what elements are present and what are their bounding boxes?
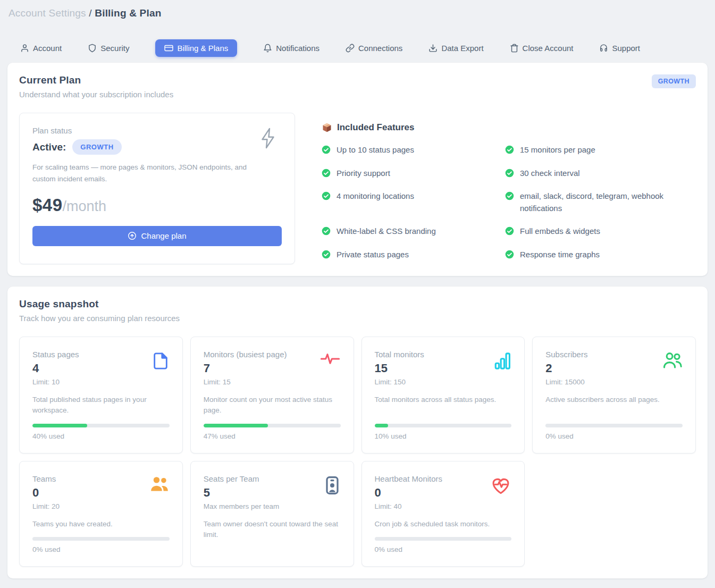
progress-track [32,424,170,427]
feature-item: Full embeds & widgets [505,225,696,238]
usage-card-description: Team owner doesn't count toward the seat… [204,519,341,553]
plan-status-value: Active: [32,141,66,153]
usage-card-title: Total monitors [375,350,512,359]
feature-label: 30 check interval [520,167,580,180]
usage-grid-row1: Status pages 4 Limit: 10 Total published… [19,337,696,453]
tab-security[interactable]: Security [88,44,129,53]
id-badge-icon [324,475,341,498]
trash-icon [510,44,519,53]
progress-track [545,424,683,427]
check-circle-icon [505,191,514,200]
feature-label: email, slack, discord, telegram, webhook… [520,190,680,214]
person-icon [20,44,29,53]
bar-chart-icon [493,351,511,373]
usage-card-percent: 0% used [32,545,170,553]
usage-card-seats-per-team: Seats per Team 5 Max members per team Te… [190,461,354,567]
tab-notifications[interactable]: Notifications [263,44,319,53]
usage-card-value: 5 [204,486,341,500]
tab-close-account[interactable]: Close Account [510,44,574,53]
current-plan-title: Current Plan [19,74,173,86]
current-plan-subtitle: Understand what your subscription includ… [19,90,173,99]
feature-item: White-label & CSS branding [322,225,505,238]
check-circle-icon [322,226,331,236]
tab-label: Notifications [276,44,319,53]
progress-track [375,424,512,427]
feature-item: 4 monitoring locations [322,190,505,214]
feature-label: Private status pages [337,249,409,261]
tab-support[interactable]: Support [599,44,640,53]
link-icon [346,44,355,53]
usage-card-percent: 47% used [204,432,341,440]
heartbeat-icon [490,475,511,497]
check-circle-icon [322,191,331,200]
headset-icon [599,44,608,53]
feature-label: Full embeds & widgets [520,225,600,238]
empty-cell [532,461,696,567]
check-circle-icon [322,169,331,178]
credit-card-icon [164,44,173,53]
breadcrumb-parent[interactable]: Account Settings [9,7,86,19]
feature-item: 30 check interval [505,167,696,180]
feature-label: Priority support [337,167,390,180]
usage-card-percent: 0% used [375,545,512,553]
usage-snapshot-section: Usage snapshot Track how you are consumi… [7,287,708,578]
plan-status-card: Plan status Active: GROWTH For scaling t… [19,113,295,264]
tab-account[interactable]: Account [20,44,62,53]
pulse-icon [319,351,341,369]
feature-item: Response time graphs [505,249,696,261]
plan-price-period: /month [63,198,107,215]
breadcrumb: Account Settings / Billing & Plan [7,5,708,19]
usage-card-description: Teams you have created. [32,519,170,530]
plan-price-amount: $49 [32,195,63,215]
people-outline-icon [662,351,683,371]
usage-card-percent: 0% used [545,432,683,440]
usage-title: Usage snapshot [19,298,180,310]
tab-billing-plans[interactable]: Billing & Plans [155,39,237,57]
check-circle-icon [505,226,514,236]
progress-track [32,537,170,541]
plan-description: For scaling teams — more pages & monitor… [32,162,250,186]
usage-card-limit: Max members per team [204,502,341,510]
tab-label: Security [100,44,129,53]
usage-card-heartbeat-monitors: Heartbeat Monitors 0 Limit: 40 Cron job … [361,461,525,567]
feature-label: White-label & CSS branding [337,225,436,238]
check-circle-icon [505,169,514,178]
usage-card-status-pages: Status pages 4 Limit: 10 Total published… [19,337,183,453]
usage-subtitle: Track how you are consuming plan resourc… [19,314,180,323]
usage-card-limit: Limit: 15000 [545,378,683,386]
feature-item: Priority support [322,167,505,180]
usage-card-limit: Limit: 20 [32,502,170,510]
progress-fill [204,424,268,427]
check-circle-icon [505,250,514,259]
tab-label: Support [612,44,640,53]
package-icon [322,122,332,133]
bell-icon [263,44,272,53]
tab-label: Account [33,44,62,53]
usage-card-total-monitors: Total monitors 15 Limit: 150 Total monit… [361,337,525,453]
usage-card-percent: 40% used [32,432,170,440]
settings-tabs: Account Security Billing & Plans Notific… [7,38,708,57]
tab-label: Billing & Plans [177,44,228,53]
usage-card-percent: 10% used [375,432,512,440]
arrow-up-circle-icon [128,231,137,240]
progress-fill [375,424,389,427]
usage-card-description: Total monitors across all status pages. [375,394,512,416]
plan-status-label: Plan status [32,126,282,135]
check-circle-icon [505,145,514,154]
file-icon [152,351,170,373]
progress-track [375,537,512,541]
tab-label: Data Export [441,44,483,53]
usage-card-value: 15 [375,362,512,375]
usage-card-description: Cron job & scheduled task monitors. [375,519,512,530]
tab-connections[interactable]: Connections [346,44,402,53]
usage-card-description: Monitor count on your most active status… [204,394,341,416]
tab-data-export[interactable]: Data Export [428,44,483,53]
bolt-icon [258,127,277,152]
usage-card-title: Seats per Team [204,474,341,483]
change-plan-button[interactable]: Change plan [32,226,282,246]
usage-card-limit: Limit: 10 [32,378,170,386]
usage-card-description: Active subscribers across all pages. [545,394,683,416]
feature-label: Response time graphs [520,249,600,261]
download-icon [428,44,438,53]
usage-card-limit: Limit: 15 [204,378,341,386]
